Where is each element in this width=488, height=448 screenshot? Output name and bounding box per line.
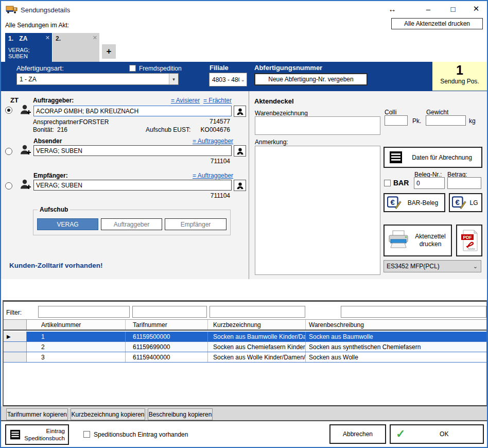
abrechnung-button[interactable]: Daten für Abrechnung xyxy=(384,147,482,168)
contact-icon xyxy=(236,147,245,156)
warenbezeichnung-textarea[interactable] xyxy=(255,116,380,135)
absender-input[interactable] xyxy=(33,145,232,156)
cell-tarifnummer[interactable]: 61159500000 xyxy=(126,332,208,341)
euro-receipt-icon: € xyxy=(452,196,466,210)
filter-kurzbezeichnung-input[interactable] xyxy=(210,306,305,318)
table-row[interactable]: ▶ 1 61159500000 Socken aus Baumwolle Kin… xyxy=(4,332,486,342)
auftraggeber-radio[interactable] xyxy=(5,107,12,114)
absender-radio[interactable] xyxy=(5,148,12,155)
filiale-select[interactable]: 4803 - 480 ⌄ xyxy=(209,73,247,87)
copy-beschreibung-button[interactable]: Beschreibung kopieren xyxy=(148,408,213,420)
colli-input[interactable] xyxy=(385,115,408,126)
anmerkung-textarea[interactable] xyxy=(255,146,380,275)
filter-warenbeschreibung-input[interactable] xyxy=(341,306,486,318)
filter-label: Filter: xyxy=(6,309,22,316)
grid-header-artikelnummer[interactable]: Artikelnummer xyxy=(27,320,126,330)
absender-auftraggeber-link[interactable]: = Auftraggeber xyxy=(193,137,233,145)
absender-id: 711104 xyxy=(179,158,230,165)
tab1-line2: SUBEN xyxy=(8,53,49,59)
minimize-icon[interactable]: – xyxy=(421,3,436,14)
add-contact-icon[interactable] xyxy=(20,178,32,192)
assign-number-button[interactable]: Neue Abfertigung-Nr. vergeben xyxy=(254,73,368,85)
lg-button[interactable]: € LG xyxy=(449,193,482,212)
tab1-line1: VERAG; xyxy=(8,47,49,53)
gewicht-label: Gewicht xyxy=(426,109,448,116)
tab-shipment-2[interactable]: 2. ✕ xyxy=(53,33,99,62)
row-selector[interactable] xyxy=(4,342,27,352)
cell-warenbeschreibung[interactable]: Socken aus Baumwolle xyxy=(306,332,486,341)
filter-artikelnummer-input[interactable] xyxy=(38,306,130,318)
cell-tarifnummer[interactable]: 61159400000 xyxy=(126,352,208,362)
printer-select-value: ES3452 MFP(PCL) xyxy=(384,263,470,270)
row-selector[interactable] xyxy=(4,352,27,362)
dispatch-band: Abfertigungsart: 1 - ZA ▾ Fremdspedition… xyxy=(1,62,487,91)
speditionsbuch-checkbox[interactable] xyxy=(83,431,90,438)
auftraggeber-contact-button[interactable] xyxy=(234,106,246,117)
maximize-icon[interactable]: □ xyxy=(445,3,461,14)
empfaenger-auftraggeber-link[interactable]: = Auftraggeber xyxy=(193,172,233,179)
add-contact-icon[interactable] xyxy=(20,144,32,158)
ok-button[interactable]: ✓ OK xyxy=(390,424,484,444)
grid-header-warenbeschreibung[interactable]: Warenbeschreibung xyxy=(306,320,486,330)
cell-artikelnummer[interactable]: 2 xyxy=(27,342,126,352)
pdf-button[interactable]: PDF Adobe xyxy=(456,225,482,256)
sendung-pos-box: 1 Sendung Pos. xyxy=(432,62,487,91)
aufschub-auftraggeber-button[interactable]: Auftraggeber xyxy=(101,218,162,230)
eintrag-speditionsbuch-button[interactable]: Eintrag Speditionsbuch xyxy=(5,424,69,445)
bar-label: BAR xyxy=(393,179,409,187)
cell-kurzbezeichnung[interactable]: Socken aus Baumwolle Kinder/Damen/Herren xyxy=(208,332,306,341)
speditionsbuch-checkbox-label: Speditionsbuch Eintrag vorhanden xyxy=(94,431,188,438)
printer-select-arrow-icon[interactable]: ⌄ xyxy=(470,263,481,270)
cell-warenbeschreibung[interactable]: Socken aus Wolle xyxy=(306,352,486,362)
cell-kurzbezeichnung[interactable]: Socken aus Chemiefasern Kinder/Damen/Hee… xyxy=(208,342,306,352)
beleg-nr-input[interactable] xyxy=(414,177,445,189)
abrechnung-button-label: Daten für Abrechnung xyxy=(403,154,481,161)
aufschub-verag-button[interactable]: VERAG xyxy=(37,218,98,230)
auftraggeber-input[interactable] xyxy=(33,106,232,116)
betrag-input[interactable] xyxy=(447,177,481,189)
avisierer-link[interactable]: = Avisierer xyxy=(171,97,200,104)
copy-kurzbezeichnung-button[interactable]: Kurzbezeichnung kopieren xyxy=(71,408,145,420)
sendung-pos-value: 1 xyxy=(432,63,487,78)
cell-warenbeschreibung[interactable]: Socken aus synthetischen Chemiefasern xyxy=(306,342,486,352)
filiale-arrow-icon[interactable]: ⌄ xyxy=(239,77,247,82)
empfaenger-radio[interactable] xyxy=(5,182,12,189)
filter-tarifnummer-input[interactable] xyxy=(132,306,207,318)
fremdspedition-checkbox[interactable] xyxy=(129,65,136,72)
contact-icon xyxy=(236,181,245,190)
gewicht-input[interactable] xyxy=(426,115,466,126)
absender-contact-button[interactable] xyxy=(234,145,246,157)
table-row[interactable]: 3 61159400000 Socken aus Wolle Kinder/Da… xyxy=(4,352,486,363)
abfertigungsart-select[interactable]: 1 - ZA ▾ xyxy=(16,73,179,85)
aktenzettel-drucken-button[interactable]: Aktenzettel drucken xyxy=(384,225,452,256)
printer-select[interactable]: ES3452 MFP(PCL) ⌄ xyxy=(384,260,481,272)
cell-tarifnummer[interactable]: 61159699000 xyxy=(126,342,208,352)
aufschub-empfaenger-button[interactable]: Empfänger xyxy=(165,218,226,230)
tab2-close-icon[interactable]: ✕ xyxy=(93,35,97,41)
empfaenger-input[interactable] xyxy=(33,180,232,191)
svg-text:€: € xyxy=(456,198,460,206)
cancel-button[interactable]: Abbrechen xyxy=(329,424,386,444)
tab1-close-icon[interactable]: ✕ xyxy=(45,35,50,41)
cell-artikelnummer[interactable]: 1 xyxy=(27,332,126,341)
tab2-index: 2. xyxy=(56,35,61,42)
abfertigungsart-arrow-icon[interactable]: ▾ xyxy=(169,74,178,84)
print-all-aktenzettel-button[interactable]: Alle Aktenzettel drucken xyxy=(391,18,483,29)
fraechter-link[interactable]: = Frächter xyxy=(203,97,232,104)
add-tab-button[interactable]: + xyxy=(102,44,116,59)
bar-beleg-button[interactable]: € BAR-Beleg xyxy=(384,193,445,212)
grid-header-kurzbezeichnung[interactable]: Kurzbezeichnung xyxy=(208,320,306,330)
close-icon[interactable]: ✕ xyxy=(468,3,484,14)
resize-icon[interactable]: ↔ xyxy=(385,3,400,14)
grid-header-tarifnummer[interactable]: Tarifnummer xyxy=(126,320,208,330)
bar-checkbox[interactable] xyxy=(384,180,391,186)
empfaenger-contact-button[interactable] xyxy=(234,180,246,191)
tab-shipment-1[interactable]: 1. ZA ✕ VERAG; SUBEN xyxy=(5,33,52,62)
sendungsdetails-window: Sendungsdetails ↔ – □ ✕ Alle Sendungen i… xyxy=(0,0,488,448)
eintrag-button-label: Eintrag Speditionsbuch xyxy=(21,427,68,442)
cell-artikelnummer[interactable]: 3 xyxy=(27,352,126,362)
add-contact-icon[interactable] xyxy=(20,104,32,117)
table-row[interactable]: 2 61159699000 Socken aus Chemiefasern Ki… xyxy=(4,342,486,352)
cell-kurzbezeichnung[interactable]: Socken aus Wolle Kinder/Damen/Heeren xyxy=(208,352,306,362)
copy-tarifnummer-button[interactable]: Tarifnummer kopieren xyxy=(6,408,68,420)
